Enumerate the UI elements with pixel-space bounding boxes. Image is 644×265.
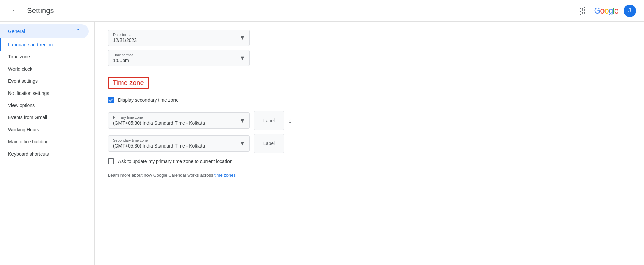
apps-button[interactable]: [575, 4, 589, 18]
swap-timezones-button[interactable]: ↕: [288, 117, 292, 124]
sidebar-item-language-region[interactable]: Language and region: [0, 38, 89, 51]
sidebar-item-label: Event settings: [8, 78, 38, 84]
sidebar-item-events-from-gmail[interactable]: Events from Gmail: [0, 111, 89, 124]
sidebar-item-label: View options: [8, 103, 35, 108]
info-text: Learn more about how Google Calendar wor…: [108, 173, 630, 178]
time-format-value: 1:00pm: [113, 58, 129, 63]
sidebar-item-label: World clock: [8, 66, 32, 72]
section-title-timezone: Time zone: [108, 77, 149, 89]
time-format-label: Time format: [113, 53, 236, 57]
sidebar-item-main-office-building[interactable]: Main office building: [0, 136, 89, 148]
date-format-arrow-icon: ▼: [239, 34, 245, 42]
ask-update-checkbox[interactable]: [108, 158, 114, 164]
sidebar-item-label: Notification settings: [8, 90, 49, 96]
primary-tz-arrow-icon: ▼: [239, 117, 245, 124]
time-zones-link[interactable]: time zones: [214, 173, 236, 178]
back-button[interactable]: ←: [8, 4, 22, 18]
header-right: Google J: [575, 4, 636, 18]
sidebar: General ⌃ Language and region Time zone …: [0, 22, 95, 265]
secondary-label-input[interactable]: Label: [254, 134, 284, 153]
date-format-select[interactable]: Date format 12/31/2023 ▼: [108, 30, 250, 46]
sidebar-item-label: Main office building: [8, 139, 49, 144]
general-label: General: [8, 29, 25, 34]
primary-label-text: Label: [263, 118, 275, 123]
timezone-section: Time zone Display secondary time zone Pr…: [108, 77, 630, 178]
sidebar-item-keyboard-shortcuts[interactable]: Keyboard shortcuts: [0, 148, 89, 160]
sidebar-item-label: Events from Gmail: [8, 115, 47, 120]
time-format-select[interactable]: Time format 1:00pm ▼: [108, 50, 250, 66]
sidebar-item-label: Time zone: [8, 54, 30, 59]
secondary-tz-row: Secondary time zone (GMT+05:30) India St…: [108, 134, 630, 153]
secondary-tz-arrow-icon: ▼: [239, 140, 245, 147]
info-text-content: Learn more about how Google Calendar wor…: [108, 173, 213, 178]
header: ← Settings Google J: [0, 0, 644, 22]
apps-icon: [578, 7, 586, 15]
date-format-label: Date format: [113, 33, 236, 37]
display-secondary-label: Display secondary time zone: [118, 97, 179, 103]
app-layout: General ⌃ Language and region Time zone …: [0, 22, 644, 265]
primary-tz-row: Primary time zone (GMT+05:30) India Stan…: [108, 111, 630, 130]
date-format-value: 12/31/2023: [113, 37, 137, 43]
header-left: ← Settings: [8, 4, 54, 18]
chevron-up-icon: ⌃: [76, 28, 81, 35]
swap-icon: ↕: [288, 117, 292, 124]
time-format-arrow-icon: ▼: [239, 55, 245, 62]
page-title: Settings: [27, 6, 54, 15]
sidebar-item-working-hours[interactable]: Working Hours: [0, 124, 89, 136]
sidebar-item-label: Keyboard shortcuts: [8, 151, 49, 157]
avatar[interactable]: J: [624, 5, 636, 17]
sidebar-item-view-options[interactable]: View options: [0, 99, 89, 111]
ask-update-label: Ask to update my primary time zone to cu…: [118, 159, 232, 164]
ask-update-row: Ask to update my primary time zone to cu…: [108, 158, 630, 164]
sidebar-item-event-settings[interactable]: Event settings: [0, 75, 89, 87]
sidebar-item-general[interactable]: General ⌃: [0, 24, 89, 38]
display-secondary-checkbox[interactable]: [108, 97, 114, 103]
secondary-tz-label: Secondary time zone: [113, 138, 236, 142]
primary-tz-label: Primary time zone: [113, 115, 236, 120]
sidebar-item-world-clock[interactable]: World clock: [0, 63, 89, 75]
main-content: Date format 12/31/2023 ▼ Time format 1:0…: [95, 22, 644, 265]
primary-tz-value: (GMT+05:30) India Standard Time - Kolkat…: [113, 120, 205, 126]
primary-label-input[interactable]: Label: [254, 111, 284, 130]
google-logo: Google: [594, 6, 618, 16]
format-selects: Date format 12/31/2023 ▼ Time format 1:0…: [108, 30, 630, 66]
sidebar-item-label: Language and region: [8, 42, 53, 47]
sidebar-item-notification-settings[interactable]: Notification settings: [0, 87, 89, 99]
secondary-tz-value: (GMT+05:30) India Standard Time - Kolkat…: [113, 143, 205, 149]
secondary-tz-select[interactable]: Secondary time zone (GMT+05:30) India St…: [108, 135, 250, 152]
primary-tz-select[interactable]: Primary time zone (GMT+05:30) India Stan…: [108, 112, 250, 129]
display-secondary-row: Display secondary time zone: [108, 97, 630, 103]
sidebar-item-label: Working Hours: [8, 127, 39, 132]
secondary-label-text: Label: [263, 141, 275, 146]
sidebar-item-time-zone[interactable]: Time zone: [0, 51, 89, 63]
